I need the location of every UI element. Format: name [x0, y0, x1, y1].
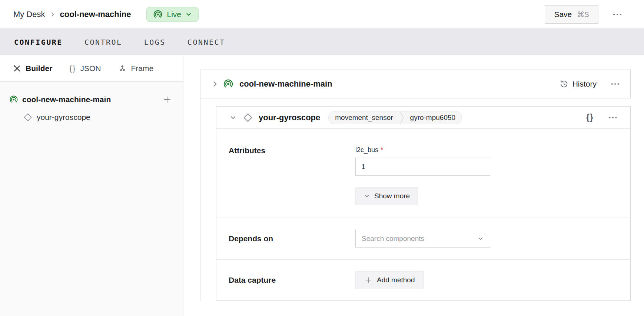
tree-rail-line — [200, 98, 200, 301]
tab-logs[interactable]: LOGS — [144, 38, 166, 47]
view-tab-builder[interactable]: Builder — [13, 64, 52, 73]
component-diamond-icon — [243, 112, 253, 123]
required-asterisk: * — [381, 146, 383, 154]
depends-on-select[interactable]: Search components — [355, 230, 490, 248]
attributes-section-label: Attributes — [229, 146, 355, 205]
config-sidebar: Builder {} JSON Frame — [0, 55, 183, 316]
view-json-button[interactable]: {} — [583, 110, 597, 125]
top-bar-actions: Save ⌘S — [545, 5, 625, 24]
config-main-area: cool-new-machine-main History — [183, 55, 644, 316]
status-badge: Live — [167, 10, 181, 19]
depends-on-placeholder: Search components — [362, 235, 477, 243]
machine-part-card: cool-new-machine-main History — [200, 70, 631, 98]
ellipsis-icon — [608, 116, 617, 119]
gyroscope-component-card: your-gyroscope movement_sensor gyro-mpu6… — [216, 106, 631, 301]
show-more-button[interactable]: Show more — [355, 187, 418, 205]
breadcrumb-chevron-icon — [50, 11, 56, 17]
builder-tools-icon — [13, 64, 21, 73]
more-options-button[interactable] — [610, 10, 625, 19]
badge-type: movement_sensor — [329, 111, 399, 124]
view-tab-frame[interactable]: Frame — [118, 64, 153, 73]
braces-icon: {} — [586, 112, 594, 122]
component-more-options-button[interactable] — [605, 113, 620, 122]
badge-model: gyro-mpu6050 — [404, 111, 462, 124]
history-button[interactable]: History — [559, 79, 597, 89]
save-shortcut-hint: ⌘S — [577, 10, 589, 19]
add-component-button[interactable] — [160, 93, 174, 107]
save-button[interactable]: Save ⌘S — [545, 5, 598, 24]
history-icon — [559, 79, 569, 89]
part-card-actions: History — [559, 79, 623, 89]
braces-icon: {} — [69, 64, 76, 73]
part-more-options-button[interactable] — [608, 80, 623, 88]
component-diamond-icon — [23, 112, 33, 122]
part-card-title: cool-new-machine-main — [239, 79, 332, 89]
machine-status-dropdown[interactable]: Live — [146, 7, 199, 22]
tab-connect[interactable]: CONNECT — [187, 38, 225, 47]
plus-icon — [365, 276, 372, 284]
tree-item-machine-part[interactable]: cool-new-machine-main — [9, 91, 174, 108]
frame-axes-icon — [118, 64, 127, 73]
add-method-button[interactable]: Add method — [355, 271, 424, 289]
broadcast-icon — [9, 95, 18, 104]
collapse-component-button[interactable] — [226, 111, 240, 124]
component-type-badge: movement_sensor gyro-mpu6050 — [328, 111, 462, 124]
data-capture-section: Data capture Add method — [216, 260, 630, 300]
component-actions: {} — [574, 110, 620, 125]
component-title: your-gyroscope — [259, 113, 320, 122]
component-tree: cool-new-machine-main your-gyroscope — [0, 82, 183, 125]
expand-part-button[interactable] — [208, 77, 222, 91]
plus-icon — [163, 95, 171, 104]
broadcast-icon — [223, 79, 233, 89]
depends-on-section: Depends on Search components — [216, 218, 630, 260]
chevron-down-icon — [185, 11, 192, 18]
view-tab-json[interactable]: {} JSON — [69, 64, 101, 73]
depends-on-section-label: Depends on — [229, 234, 355, 243]
attributes-section: Attributes i2c_bus * Show more — [216, 129, 630, 218]
ellipsis-icon — [611, 83, 620, 85]
chevron-right-icon — [211, 80, 219, 88]
chevron-down-icon — [364, 193, 370, 199]
chevron-down-icon — [477, 235, 484, 242]
i2c-bus-field-label: i2c_bus * — [355, 146, 490, 154]
i2c-bus-input[interactable] — [355, 158, 490, 176]
nav-tab-bar: CONFIGURE CONTROL LOGS CONNECT — [0, 28, 644, 55]
attributes-fields: i2c_bus * Show more — [355, 146, 490, 205]
breadcrumb-current: cool-new-machine — [60, 10, 131, 19]
top-bar: My Desk cool-new-machine Live Save ⌘S — [0, 0, 644, 28]
breadcrumb-parent-link[interactable]: My Desk — [13, 10, 45, 19]
tab-configure[interactable]: CONFIGURE — [14, 38, 63, 47]
config-view-tabs: Builder {} JSON Frame — [0, 55, 183, 82]
broadcast-icon — [153, 10, 163, 19]
chevron-down-icon — [229, 114, 237, 121]
ellipsis-icon — [613, 13, 622, 16]
component-card-header: your-gyroscope movement_sensor gyro-mpu6… — [216, 107, 630, 129]
data-capture-section-label: Data capture — [229, 276, 355, 285]
badge-separator-icon — [399, 111, 404, 124]
machine-config-page: My Desk cool-new-machine Live Save ⌘S — [0, 0, 644, 316]
tree-item-gyroscope[interactable]: your-gyroscope — [23, 110, 174, 125]
tab-control[interactable]: CONTROL — [84, 38, 122, 47]
